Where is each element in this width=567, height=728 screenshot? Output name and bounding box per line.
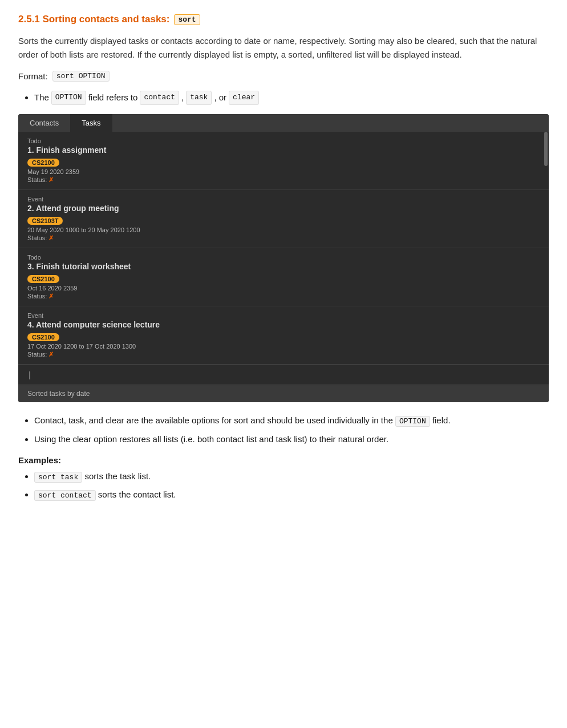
sort-task-text: sorts the task list. [84,471,151,481]
task-type: Todo [27,137,540,144]
status-x: ✗ [48,234,54,241]
bullet-text-1b: field. [430,415,451,425]
bullet-clear-info: Using the clear option restores all list… [34,432,549,446]
task-type: Event [27,312,540,319]
examples-list: sort task sorts the task list. sort cont… [18,470,549,503]
sep2: , or [214,91,226,104]
table-row: Event 2. Attend group meeting CS2103T 20… [18,190,549,248]
task-date: Oct 16 2020 2359 [27,285,540,292]
app-window: Contacts Tasks Todo 1. Finish assignment… [18,114,549,402]
format-code: sort OPTION [52,71,110,82]
example-sort-contact: sort contact sorts the contact list. [34,488,549,502]
section-title: 2.5.1 Sorting contacts and tasks: sort [18,14,549,25]
task-type: Todo [27,254,540,261]
sep1: , [181,91,184,104]
sort-contact-text: sorts the contact list. [98,490,176,499]
clear-code: clear [229,91,259,105]
title-code: sort [174,14,200,25]
status-bar-text: Sorted tasks by date [27,390,90,398]
section-title-text: 2.5.1 Sorting contacts and tasks: [18,14,169,25]
task-tag: CS2100 [27,275,59,283]
main-bullet-list: The OPTION field refers to contact , tas… [18,91,549,105]
task-tag: CS2103T [27,217,63,225]
sort-contact-code: sort contact [34,490,96,501]
task-name: 2. Attend group meeting [27,204,540,213]
task-status: Status: ✗ [27,293,540,300]
after-bullets: Contact, task, and clear are the availab… [18,414,549,446]
option-code-2: OPTION [395,416,430,427]
task-tag: CS2100 [27,159,59,167]
format-label: Format: [18,71,48,81]
sort-task-code: sort task [34,472,82,483]
task-status: Status: ✗ [27,176,540,184]
task-name: 1. Finish assignment [27,145,540,155]
task-status: Status: ✗ [27,351,540,358]
task-code: task [186,91,212,105]
table-row: Todo 3. Finish tutorial worksheet CS2100… [18,248,549,306]
table-row: Event 4. Attend computer science lecture… [18,306,549,365]
table-row: Todo 1. Finish assignment CS2100 May 19 … [18,132,549,190]
bullet-text-1a: Contact, task, and clear are the availab… [34,415,395,425]
status-x: ✗ [48,351,54,358]
format-line: Format: sort OPTION [18,71,549,82]
status-x: ✗ [48,293,54,300]
examples-heading: Examples: [18,455,549,465]
tab-tasks[interactable]: Tasks [70,114,112,132]
task-tag: CS2100 [27,333,59,341]
task-date: May 19 2020 2359 [27,168,540,175]
tab-contacts[interactable]: Contacts [18,114,70,132]
bullet-options-info: Contact, task, and clear are the availab… [34,414,549,428]
status-bar: Sorted tasks by date [18,385,549,402]
scrollbar-thumb[interactable] [544,132,548,166]
status-x: ✗ [48,176,54,183]
bullet-text-2: Using the clear option restores all list… [34,434,388,444]
task-name: 3. Finish tutorial worksheet [27,262,540,271]
bullet-option: The OPTION field refers to contact , tas… [34,91,549,105]
command-cursor: | [27,371,32,380]
contact-code: contact [140,91,179,105]
task-list: Todo 1. Finish assignment CS2100 May 19 … [18,132,549,365]
description-text: Sorts the currently displayed tasks or c… [18,34,549,62]
command-input-area[interactable]: | [18,365,549,385]
task-date: 17 Oct 2020 1200 to 17 Oct 2020 1300 [27,343,540,350]
task-date: 20 May 2020 1000 to 20 May 2020 1200 [27,227,540,233]
task-name: 4. Attend computer science lecture [27,320,540,329]
bullet-option-content: The OPTION field refers to contact , tas… [34,91,259,105]
example-sort-task: sort task sorts the task list. [34,470,549,484]
task-type: Event [27,196,540,203]
option-code: OPTION [51,91,86,105]
app-tabs: Contacts Tasks [18,114,549,132]
field-refers-text: field refers to [88,91,138,104]
the-text: The [34,91,49,104]
task-status: Status: ✗ [27,234,540,242]
